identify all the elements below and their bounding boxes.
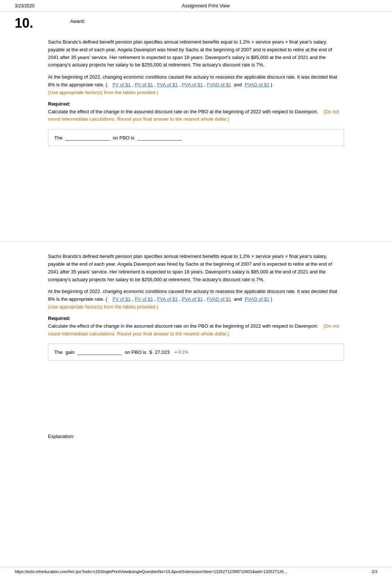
section-divider [0,241,392,242]
link-pvad1-2[interactable]: PVAD of $1 [245,296,269,302]
blank-type-2[interactable] [78,349,122,355]
spacer-1 [48,149,344,230]
award-label: Award: [33,12,85,24]
page-title: Assignment Print View [34,3,377,8]
required-text-2-main: Calculate the effect of the change in th… [48,323,318,329]
blank-input-2[interactable] [137,135,182,141]
on-pbo-is-2: on PBO is [125,349,147,355]
page-footer: https://ezto.mheducation.com/hm.tpx?todo… [0,567,392,576]
explanation-section: Explanation: [0,426,392,446]
links-row-2: FV of $1 , PV of $1 , FVA of $1 , PVA of… [109,296,272,302]
gain-label: gain [65,349,75,355]
dollar-sign-2: $ [149,349,152,355]
required-text-2: Calculate the effect of the change in th… [48,323,344,338]
on-pbo-is-1: on PBO is [113,135,134,141]
link-fva1-2[interactable]: FVA of $1 [157,296,178,302]
problem-section-2: Sachs Brands's defined benefit pension p… [0,249,392,426]
the-label-1: The [54,135,62,141]
link-fv1-2[interactable]: FV of $1 [113,296,131,302]
required-text-1: Calculate the effect of the change in th… [48,108,344,124]
link-pva1-2[interactable]: PVA of $1 [182,296,203,302]
link-fvad1-2[interactable]: FVAD of $1 [207,296,231,302]
problem-text-4-wrapper: At the beginning of 2022, changing econo… [48,288,344,311]
link-fvad1[interactable]: FVAD of $1 [207,82,231,87]
footer-url: https://ezto.mheducation.com/hm.tpx?todo… [15,569,288,574]
problem-section-1: Sachs Brands's defined benefit pension p… [0,35,392,234]
links-row: FV of $1 , PV of $1 , FVA of $1 , PVA of… [109,82,272,87]
header-date: 3/23/2020 [15,3,34,8]
link-fv1[interactable]: FV of $1 [113,82,131,87]
orange-note-2: (Use appropriate factor(s) from the tabl… [48,304,158,310]
problem-text-1: Sachs Brands's defined benefit pension p… [48,38,344,69]
link-pva1[interactable]: PVA of $1 [182,82,203,87]
required-label-1: Required: [48,101,344,107]
link-fva1[interactable]: FVA of $1 [157,82,178,87]
problem-text-2-wrapper: At the beginning of 2022, changing econo… [48,73,344,96]
the-label-2: The [54,349,62,355]
accuracy-badge: +/-0.1% [174,350,188,354]
explanation-label: Explanation: [48,434,344,439]
answer-value: 27,023 [155,349,170,355]
required-text-1-main: Calculate the effect of the change in th… [48,109,318,114]
question-number: 10. [0,12,33,31]
page-header: 3/23/2020 Assignment Print View [0,0,392,12]
link-pvad1[interactable]: PVAD of $1 [245,82,269,87]
question-header: 10. Award: [0,12,392,31]
link-pv1-2[interactable]: PV of $1 [135,296,153,302]
required-label-2: Required: [48,315,344,321]
spacer-2 [48,363,344,422]
blank-input-1[interactable] [65,135,110,141]
answer-box-1: The on PBO is [48,129,344,146]
problem-text-3: Sachs Brands's defined benefit pension p… [48,253,344,283]
link-pv1[interactable]: PV of $1 [135,82,153,87]
footer-page: 2/3 [372,569,377,574]
answer-box-2: The gain on PBO is $ 27,023 +/-0.1% [48,344,344,361]
orange-note-1: (Use appropriate factor(s) from the tabl… [48,90,158,95]
